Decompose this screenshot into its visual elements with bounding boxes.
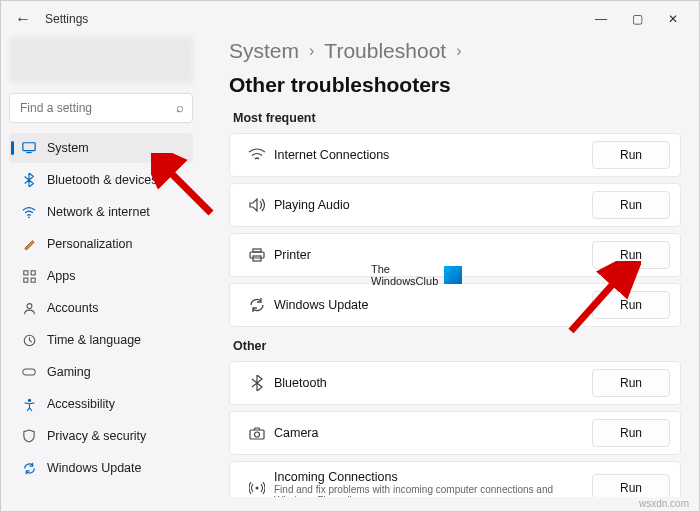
sidebar-item-gaming[interactable]: Gaming <box>9 357 193 387</box>
run-button[interactable]: Run <box>592 474 670 497</box>
troubleshooter-label: Printer <box>274 248 592 262</box>
brush-icon <box>19 237 39 251</box>
troubleshooter-label: Internet Connections <box>274 148 592 162</box>
bluetooth-icon <box>19 173 39 187</box>
window-controls: — ▢ ✕ <box>583 5 691 33</box>
watermark: The WindowsClub <box>371 263 462 287</box>
sidebar-item-label: Windows Update <box>47 461 142 475</box>
watermark-text: The <box>371 263 438 275</box>
troubleshooter-audio: Playing Audio Run <box>229 183 681 227</box>
sidebar-item-privacy[interactable]: Privacy & security <box>9 421 193 451</box>
run-button[interactable]: Run <box>592 369 670 397</box>
sidebar-item-bluetooth[interactable]: Bluetooth & devices <box>9 165 193 195</box>
svg-rect-4 <box>31 270 35 274</box>
sidebar-item-label: Time & language <box>47 333 141 347</box>
sidebar-item-label: Gaming <box>47 365 91 379</box>
section-header-frequent: Most frequent <box>233 111 681 125</box>
svg-rect-9 <box>23 369 35 375</box>
chevron-right-icon: › <box>456 42 461 60</box>
minimize-button[interactable]: — <box>583 5 619 33</box>
nav-list: System Bluetooth & devices Network & int… <box>9 133 193 483</box>
sidebar-item-label: Accessibility <box>47 397 115 411</box>
watermark-logo-icon <box>444 266 462 284</box>
update-icon <box>19 462 39 475</box>
page-title: Other troubleshooters <box>229 73 451 97</box>
camera-icon <box>240 427 274 440</box>
sidebar-item-personalization[interactable]: Personalization <box>9 229 193 259</box>
troubleshooter-internet: Internet Connections Run <box>229 133 681 177</box>
search-field[interactable]: ⌕ <box>9 93 193 123</box>
svg-point-10 <box>27 398 30 401</box>
sidebar-item-apps[interactable]: Apps <box>9 261 193 291</box>
accessibility-icon <box>19 398 39 411</box>
footer-watermark: wsxdn.com <box>639 498 689 509</box>
system-icon <box>19 141 39 155</box>
wifi-icon <box>240 148 274 162</box>
sidebar-item-label: Apps <box>47 269 76 283</box>
watermark-text: WindowsClub <box>371 275 438 287</box>
gamepad-icon <box>19 366 39 378</box>
svg-rect-5 <box>23 278 27 282</box>
update-icon <box>240 297 274 313</box>
breadcrumb: System › Troubleshoot › Other troublesho… <box>229 39 681 97</box>
svg-rect-12 <box>250 252 264 258</box>
sidebar-item-label: Personalization <box>47 237 132 251</box>
troubleshooter-bluetooth: Bluetooth Run <box>229 361 681 405</box>
printer-icon <box>240 248 274 262</box>
section-header-other: Other <box>233 339 681 353</box>
troubleshooter-label: Windows Update <box>274 298 592 312</box>
sidebar-item-time[interactable]: Time & language <box>9 325 193 355</box>
run-button[interactable]: Run <box>592 191 670 219</box>
search-input[interactable] <box>20 101 164 115</box>
chevron-right-icon: › <box>309 42 314 60</box>
sidebar-item-accounts[interactable]: Accounts <box>9 293 193 323</box>
sidebar-item-network[interactable]: Network & internet <box>9 197 193 227</box>
svg-rect-1 <box>26 152 31 153</box>
sidebar-item-system[interactable]: System <box>9 133 193 163</box>
troubleshooter-label: Camera <box>274 426 592 440</box>
troubleshooter-sublabel: Find and fix problems with incoming comp… <box>274 484 592 497</box>
sidebar-item-label: Privacy & security <box>47 429 146 443</box>
bluetooth-icon <box>240 375 274 391</box>
sidebar-item-label: Network & internet <box>47 205 150 219</box>
svg-rect-3 <box>23 270 27 274</box>
shield-icon <box>19 429 39 443</box>
signal-icon <box>240 480 274 496</box>
sidebar: ⌕ System Bluetooth & devices Network & i… <box>1 37 201 497</box>
maximize-button[interactable]: ▢ <box>619 5 655 33</box>
svg-point-15 <box>255 432 260 437</box>
sidebar-item-update[interactable]: Windows Update <box>9 453 193 483</box>
app-title: Settings <box>45 12 88 26</box>
breadcrumb-system[interactable]: System <box>229 39 299 63</box>
run-button[interactable]: Run <box>592 241 670 269</box>
close-button[interactable]: ✕ <box>655 5 691 33</box>
troubleshooter-label: Incoming Connections <box>274 470 592 484</box>
troubleshooter-label: Bluetooth <box>274 376 592 390</box>
apps-icon <box>19 270 39 283</box>
run-button[interactable]: Run <box>592 141 670 169</box>
svg-point-2 <box>28 216 30 218</box>
run-button[interactable]: Run <box>592 419 670 447</box>
svg-rect-6 <box>31 278 35 282</box>
clock-icon <box>19 334 39 347</box>
sidebar-item-label: Bluetooth & devices <box>47 173 158 187</box>
troubleshooter-camera: Camera Run <box>229 411 681 455</box>
wifi-icon <box>19 205 39 219</box>
user-profile[interactable] <box>9 37 193 83</box>
search-icon: ⌕ <box>176 100 184 115</box>
sidebar-item-label: System <box>47 141 89 155</box>
sidebar-item-accessibility[interactable]: Accessibility <box>9 389 193 419</box>
svg-rect-0 <box>23 143 35 151</box>
svg-point-16 <box>256 487 259 490</box>
breadcrumb-troubleshoot[interactable]: Troubleshoot <box>324 39 446 63</box>
svg-point-7 <box>27 303 32 308</box>
person-icon <box>19 302 39 315</box>
troubleshooter-incoming: Incoming Connections Find and fix proble… <box>229 461 681 497</box>
run-button[interactable]: Run <box>592 291 670 319</box>
troubleshooter-windows-update: Windows Update Run <box>229 283 681 327</box>
sidebar-item-label: Accounts <box>47 301 98 315</box>
speaker-icon <box>240 198 274 212</box>
svg-rect-14 <box>250 430 264 439</box>
back-button[interactable]: ← <box>9 5 37 33</box>
troubleshooter-label: Playing Audio <box>274 198 592 212</box>
